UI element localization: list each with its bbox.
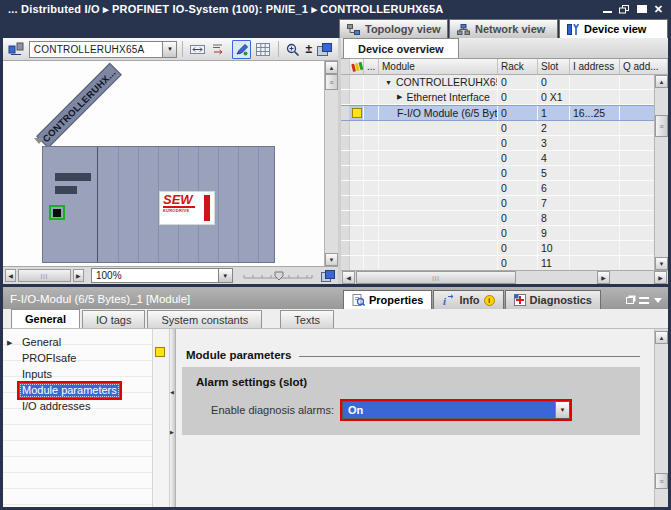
collapse-panel-icon[interactable] (639, 297, 649, 304)
table-row[interactable]: 07 (341, 196, 668, 211)
table-row[interactable]: 06 (341, 181, 668, 196)
expander-icon[interactable]: ▶ (7, 335, 12, 350)
tab-diagnostics[interactable]: Diagnostics (505, 290, 601, 309)
device-selector-value: CONTROLLERUHX65A (30, 44, 163, 55)
table-vertical-scrollbar[interactable]: ▲ ≡ ▼ (654, 75, 668, 270)
device-selector-dropdown[interactable]: CONTROLLERUHX65A ▼ (29, 41, 178, 58)
nav-splitter[interactable]: ◀ ▶ (169, 329, 176, 507)
scroll-left-icon[interactable]: ◀ (5, 269, 16, 282)
zoom-slider[interactable] (242, 270, 314, 282)
tab-device-view[interactable]: Device view (559, 19, 668, 38)
toolbar-separator (182, 41, 183, 57)
table-row[interactable]: ▶Ethernet Interface00 X1 (341, 90, 668, 105)
scroll-up-icon[interactable]: ▲ (325, 61, 338, 74)
tab-system-constants[interactable]: System constants (147, 310, 262, 328)
scroll-down-icon[interactable]: ▼ (325, 253, 338, 266)
tab-network-view[interactable]: Network view (449, 19, 558, 38)
scrollbar-thumb[interactable]: ||| (356, 271, 516, 284)
expander-icon[interactable]: ▶ (397, 93, 402, 101)
scroll-down-icon[interactable]: ▼ (655, 257, 668, 270)
table-row[interactable]: 04 (341, 151, 668, 166)
nav-item-module-parameters[interactable]: Module parameters (3, 383, 152, 399)
scroll-left-icon[interactable]: ◀ (342, 271, 355, 284)
scroll-up-icon[interactable]: ▲ (655, 331, 668, 344)
float-panel-icon[interactable] (626, 297, 634, 304)
scroll-right-icon[interactable]: ▶ (597, 271, 610, 284)
chevron-down-icon[interactable] (654, 298, 662, 303)
tab-device-overview[interactable]: Device overview (343, 38, 459, 58)
device-diagonal-label[interactable]: CONTROLLERUHX... (36, 63, 122, 149)
scrollbar-thumb[interactable]: ≡ (655, 115, 668, 137)
scroll-right-icon[interactable]: ▶ (654, 271, 667, 284)
nav-item-inputs[interactable]: Inputs (3, 367, 152, 383)
measure-tool-icon[interactable] (188, 40, 207, 59)
show-labels-icon[interactable] (210, 40, 229, 59)
column-i-address[interactable]: I address (570, 59, 620, 74)
device-rack[interactable]: SEW EURODRIVE (42, 146, 275, 263)
rack-head-module[interactable] (43, 147, 98, 262)
scroll-up-icon[interactable]: ▲ (655, 75, 668, 88)
grid-view-icon[interactable] (254, 40, 273, 59)
i-address-cell (570, 121, 620, 135)
tab-texts[interactable]: Texts (280, 310, 334, 328)
table-row[interactable]: 03 (341, 136, 668, 151)
column-q-address[interactable]: Q add... (620, 59, 668, 74)
table-horizontal-scrollbar[interactable]: ◀ ||| ▶ ▶ (341, 270, 668, 284)
nav-item-profisafe[interactable]: PROFIsafe (3, 351, 152, 367)
table-header: ... Module Rack Slot I address Q add... (341, 59, 668, 75)
properties-header: F-I/O-Modul (6/5 Bytes)_1 [Module] Prope… (3, 287, 668, 309)
open-in-window-icon[interactable] (320, 266, 336, 285)
table-row[interactable]: 09 (341, 226, 668, 241)
sew-module-card[interactable]: SEW EURODRIVE (159, 191, 215, 225)
restore-icon[interactable] (619, 5, 630, 14)
maximize-icon[interactable] (637, 5, 647, 13)
enable-diagnosis-alarms-dropdown[interactable]: On ▼ (342, 401, 570, 419)
properties-content: ▶GeneralPROFIsafeInputsModule parameters… (3, 329, 668, 507)
row-status-cell (350, 136, 364, 150)
close-icon[interactable]: ✕ (654, 4, 663, 15)
scrollbar-thumb[interactable]: ≡ (655, 473, 668, 489)
splitter-arrow-icon[interactable]: ◀ (170, 389, 174, 395)
table-row[interactable]: ▼CONTROLLERUHX65A00 (341, 75, 668, 90)
nav-item-i-o-addresses[interactable]: I/O addresses (3, 399, 152, 415)
tab-topology-view[interactable]: Topology view (339, 19, 448, 38)
splitter-arrow-icon[interactable]: ▶ (170, 429, 174, 435)
nav-item-general[interactable]: ▶General (3, 335, 152, 351)
zoom-tool-icon[interactable] (284, 40, 303, 59)
zoom-level-dropdown[interactable]: 100% ▼ (91, 268, 233, 283)
table-row[interactable]: 02 (341, 121, 668, 136)
minimize-icon[interactable] (603, 11, 612, 13)
tab-general[interactable]: General (11, 309, 80, 328)
chevron-down-icon[interactable]: ▼ (162, 42, 176, 57)
scrollbar-thumb[interactable]: ≡ (325, 74, 338, 90)
rack-cell: 0 (498, 256, 538, 270)
scroll-right-icon[interactable]: ▶ (73, 269, 84, 282)
column-slot[interactable]: Slot (538, 59, 570, 74)
row-header-stripe (341, 136, 350, 150)
tab-io-tags[interactable]: IO tags (82, 310, 145, 328)
expander-icon[interactable]: ▼ (385, 79, 392, 86)
zoom-plus-minus[interactable]: ± (306, 42, 313, 56)
column-dots[interactable]: ... (364, 59, 379, 74)
breadcrumb[interactable]: ... Distributed I/O ▸ PROFINET IO-System… (8, 3, 443, 16)
device-canvas[interactable]: CONTROLLERUHX... SEW EURODRIVE (3, 61, 338, 267)
chevron-down-icon[interactable]: ▼ (218, 269, 232, 282)
table-row[interactable]: 05 (341, 166, 668, 181)
panel-vertical-scrollbar[interactable]: ▲ ≡ (654, 329, 668, 507)
ethernet-port-icon[interactable] (49, 205, 65, 220)
detach-view-icon[interactable] (315, 40, 334, 59)
table-row[interactable]: F-I/O Module (6/5 Bytes)_0116...25 (341, 105, 668, 121)
column-rack[interactable]: Rack (498, 59, 538, 74)
scrollbar-thumb[interactable]: ||| (18, 269, 70, 282)
filter-modules-icon[interactable] (350, 59, 364, 74)
table-row[interactable]: 08 (341, 211, 668, 226)
column-module[interactable]: Module (379, 59, 498, 74)
tab-properties[interactable]: Properties (343, 290, 432, 309)
chevron-down-icon[interactable]: ▼ (555, 402, 569, 418)
tab-info[interactable]: iInfoi (433, 290, 503, 309)
table-row[interactable]: 010 (341, 241, 668, 256)
edit-mode-icon[interactable] (232, 40, 251, 59)
table-row[interactable]: 011 (341, 256, 668, 270)
change-device-icon[interactable] (7, 40, 26, 59)
canvas-vertical-scrollbar[interactable]: ▲ ≡ ▼ (324, 61, 338, 266)
